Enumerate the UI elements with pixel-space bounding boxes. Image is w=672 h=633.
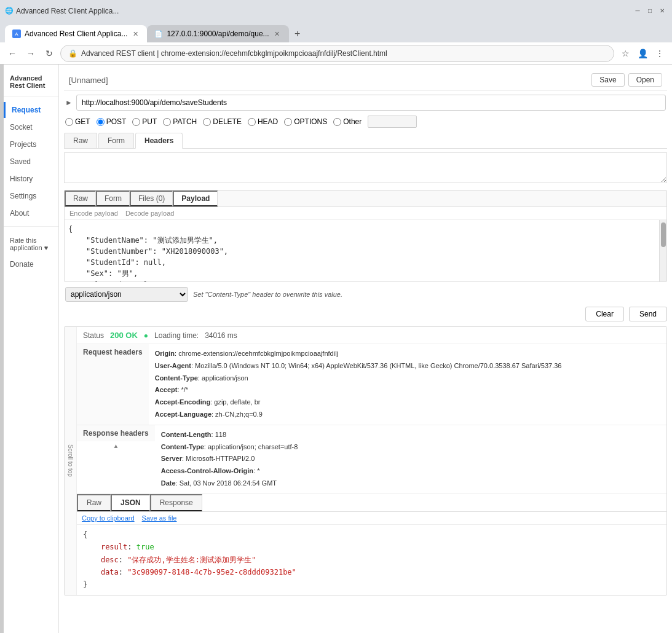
tab-title-1: Advanced Rest Client Applica...	[25, 29, 127, 38]
send-button[interactable]: Send	[629, 307, 667, 321]
clear-button[interactable]: Clear	[585, 307, 624, 321]
tab-arc[interactable]: A Advanced Rest Client Applica... ✕	[5, 25, 147, 42]
tab-close-2[interactable]: ✕	[273, 29, 282, 38]
body-scrollbar[interactable]	[659, 220, 666, 281]
req-header-useragent: User-Agent: Mozilla/5.0 (Windows NT 10.0…	[155, 360, 660, 372]
clipboard-row: Copy to clipboard Save as file	[77, 512, 666, 525]
content-type-hint: Set "Content-Type" header to overwrite t…	[193, 291, 342, 298]
window-controls: ─ □ ✕	[633, 6, 667, 16]
body-tab-nav: Raw Form Files (0) Payload	[65, 191, 666, 207]
req-header-contenttype: Content-Type: application/json	[155, 372, 660, 385]
response-headers-label: Response headers	[77, 425, 155, 441]
sidebar-item-about[interactable]: About	[4, 205, 58, 221]
tab-api[interactable]: 📄 127.0.0.1:9000/api/demo/que... ✕	[147, 25, 288, 42]
scroll-to-top-label[interactable]: Scroll to top	[65, 327, 77, 595]
window-favicon: 🌐	[5, 7, 14, 15]
star-button[interactable]: ☆	[618, 46, 633, 61]
minimize-button[interactable]: ─	[633, 6, 642, 16]
content-type-select[interactable]: application/json	[65, 287, 188, 302]
response-headers-section: Response headers ▲ Content-Length: 118 C…	[77, 425, 666, 494]
req-header-accept-encoding: Accept-Encoding: gzip, deflate, br	[155, 396, 660, 409]
request-headers-label: Request headers	[77, 344, 149, 425]
copy-to-clipboard-link[interactable]: Copy to clipboard	[82, 514, 135, 522]
forward-button[interactable]: →	[23, 46, 38, 61]
resp-body-nav: Raw JSON Response	[77, 494, 666, 512]
header-tab-headers[interactable]: Headers	[135, 133, 183, 149]
method-post[interactable]: POST	[97, 117, 127, 126]
resp-header-content-type: Content-Type: application/json; charset=…	[161, 441, 660, 454]
sidebar-rate-app[interactable]: Rate this application ♥	[4, 232, 58, 256]
open-button[interactable]: Open	[628, 73, 662, 87]
resp-tab-json[interactable]: JSON	[111, 494, 150, 511]
url-arrow-icon: ►	[65, 98, 73, 107]
resp-tab-response[interactable]: Response	[150, 494, 202, 511]
encode-payload-link[interactable]: Encode payload	[69, 210, 118, 217]
sidebar-item-socket[interactable]: Socket	[4, 119, 58, 135]
body-tab-payload[interactable]: Payload	[173, 191, 218, 206]
maximize-button[interactable]: □	[645, 6, 655, 16]
close-button[interactable]: ✕	[657, 6, 667, 16]
sidebar-item-history[interactable]: History	[4, 171, 58, 187]
header-tab-raw[interactable]: Raw	[64, 133, 97, 148]
header-tab-nav: Raw Form Headers	[64, 133, 667, 149]
action-row: Clear Send	[64, 307, 667, 321]
sidebar-logo: Advanced Rest Client	[4, 69, 58, 97]
headers-textarea[interactable]	[64, 152, 667, 183]
status-label: Status	[83, 331, 104, 340]
body-textarea[interactable]: { "StudentName": "测试添加男学生", "StudentNumb…	[65, 220, 659, 281]
resp-tab-raw[interactable]: Raw	[77, 494, 111, 511]
reload-button[interactable]: ↻	[42, 46, 57, 61]
req-header-accept-language: Accept-Language: zh-CN,zh;q=0.9	[155, 409, 660, 421]
url-input-row: ►	[64, 95, 667, 111]
req-header-origin: Origin: chrome-extension://ecehmfcbkglmj…	[155, 348, 660, 360]
tab-close-1[interactable]: ✕	[131, 29, 140, 38]
method-head[interactable]: HEAD	[248, 117, 278, 126]
sidebar: Advanced Rest Client Request Socket Proj…	[4, 65, 59, 633]
scrollbar-thumb	[661, 222, 666, 247]
account-button[interactable]: 👤	[635, 46, 650, 61]
sidebar-divider	[4, 226, 58, 227]
method-options[interactable]: OPTIONS	[284, 117, 327, 126]
url-text: Advanced REST client | chrome-extension:…	[81, 49, 606, 58]
encode-bar: Encode payload Decode payload	[65, 207, 666, 220]
body-tab-raw[interactable]: Raw	[65, 191, 96, 206]
main-layout: Advanced Rest Client Request Socket Proj…	[0, 65, 672, 633]
toolbar-icons: ☆ 👤 ⋮	[618, 46, 667, 61]
sidebar-label-saved: Saved	[10, 157, 31, 166]
sidebar-item-saved[interactable]: Saved	[4, 154, 58, 170]
sidebar-label-history: History	[10, 175, 33, 183]
method-delete[interactable]: DELETE	[203, 117, 242, 126]
method-patch[interactable]: PATCH	[163, 117, 197, 126]
collapse-headers-button[interactable]: ▲	[77, 441, 155, 450]
new-tab-button[interactable]: +	[289, 25, 306, 42]
sidebar-rate-label: Rate this application ♥	[10, 237, 48, 251]
method-get[interactable]: GET	[65, 117, 90, 126]
back-button[interactable]: ←	[5, 46, 20, 61]
body-tab-form[interactable]: Form	[96, 191, 130, 206]
tab-bar: A Advanced Rest Client Applica... ✕ 📄 12…	[0, 22, 672, 42]
response-headers-label-wrap: Response headers ▲	[77, 425, 155, 493]
menu-button[interactable]: ⋮	[652, 46, 667, 61]
decode-payload-link[interactable]: Decode payload	[125, 210, 175, 217]
sidebar-item-projects[interactable]: Projects	[4, 136, 58, 152]
method-other-input[interactable]	[368, 116, 417, 128]
body-content: { "StudentName": "测试添加男学生", "StudentNumb…	[65, 220, 666, 281]
body-tab-files[interactable]: Files (0)	[130, 191, 173, 206]
url-bar[interactable]: 🔒 Advanced REST client | chrome-extensio…	[60, 45, 614, 62]
sidebar-label-socket: Socket	[10, 123, 33, 132]
sidebar-item-settings[interactable]: Settings	[4, 188, 58, 204]
header-tab-form[interactable]: Form	[98, 133, 134, 148]
save-button[interactable]: Save	[591, 73, 624, 87]
method-put[interactable]: PUT	[132, 117, 157, 126]
loading-time-value: 34016 ms	[205, 331, 237, 340]
response-section: Scroll to top Status 200 OK ● Loading ti…	[64, 326, 667, 596]
sidebar-label-settings: Settings	[10, 192, 36, 200]
url-input[interactable]	[76, 95, 666, 111]
loading-time-label: Loading time:	[154, 331, 199, 340]
sidebar-item-request[interactable]: Request	[4, 102, 58, 118]
method-row: GET POST PUT PATCH DELETE HEAD OPTIONS	[64, 116, 667, 128]
save-as-file-link[interactable]: Save as file	[142, 514, 177, 522]
sidebar-donate[interactable]: Donate	[4, 258, 58, 271]
method-other[interactable]: Other	[333, 117, 362, 126]
status-row: Status 200 OK ● Loading time: 34016 ms	[77, 327, 666, 344]
